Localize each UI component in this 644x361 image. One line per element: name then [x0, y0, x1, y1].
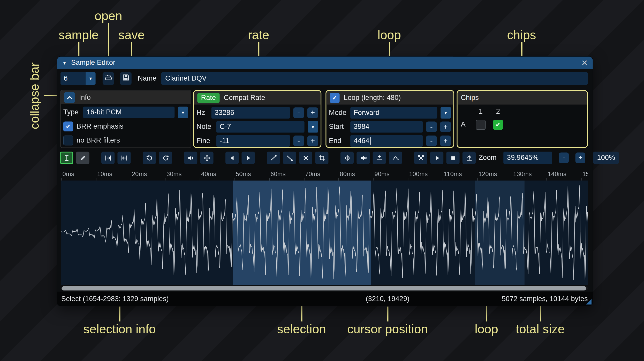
- sample-number-dropdown-button[interactable]: ▼: [86, 72, 95, 85]
- annotation-line-total-size: [540, 306, 541, 321]
- no-brr-filters-label: no BRR filters: [77, 136, 120, 145]
- filter-icon: [392, 154, 399, 161]
- brr-emphasis-checkbox[interactable]: ✔: [63, 121, 73, 131]
- chevron-up-icon: [67, 93, 72, 101]
- invert-button[interactable]: [241, 152, 255, 164]
- save-floppy-icon: [122, 74, 130, 83]
- loop-end-input[interactable]: 4464: [350, 135, 423, 147]
- open-folder-icon: [104, 74, 112, 83]
- hz-plus-button[interactable]: +: [307, 107, 318, 118]
- chip-2-checkbox[interactable]: ✔: [493, 120, 503, 130]
- redo-button[interactable]: [159, 152, 172, 164]
- rate-badge-button[interactable]: Rate: [197, 93, 219, 103]
- speaker-icon: [187, 154, 194, 161]
- name-label: Name: [138, 74, 157, 83]
- hz-minus-button[interactable]: -: [293, 107, 304, 118]
- loop-mode-select[interactable]: Forward: [350, 107, 437, 119]
- chevron-down-icon: ▼: [181, 110, 185, 115]
- ruler-label: 130ms: [513, 170, 532, 177]
- fine-plus-button[interactable]: +: [307, 136, 318, 146]
- undo-button[interactable]: [143, 152, 156, 164]
- ruler-label: 10ms: [97, 170, 112, 177]
- ruler-tick: [200, 178, 200, 181]
- stop-preview-button[interactable]: [446, 152, 459, 164]
- trim-button[interactable]: [315, 152, 328, 164]
- amplify-button[interactable]: [184, 152, 197, 164]
- loop-start-minus-button[interactable]: -: [426, 121, 437, 132]
- title-bar[interactable]: ▼ Sample Editor ✕: [57, 57, 593, 69]
- total-size-text: 5072 samples, 10144 bytes: [502, 295, 588, 303]
- time-ruler[interactable]: 0ms10ms20ms30ms40ms50ms60ms70ms80ms90ms1…: [61, 167, 588, 180]
- type-dropdown-button[interactable]: ▼: [178, 107, 188, 118]
- sample-toolbar: Zoom 39.9645% - + 100%: [60, 151, 588, 164]
- loop-mode-dropdown-button[interactable]: ▼: [441, 107, 451, 119]
- loop-end-plus-button[interactable]: +: [440, 136, 451, 146]
- apply-silence-button[interactable]: [357, 152, 370, 164]
- sign-invert-button[interactable]: [373, 152, 386, 164]
- fade-in-icon: [270, 154, 277, 161]
- no-brr-filters-checkbox[interactable]: [63, 136, 73, 145]
- fade-in-button[interactable]: [267, 152, 280, 164]
- filter-button[interactable]: [389, 152, 402, 164]
- zoom-in-button[interactable]: +: [575, 152, 585, 163]
- ruler-label: 150ms: [582, 170, 588, 177]
- crossfade-button[interactable]: [414, 152, 427, 164]
- note-select[interactable]: C-7: [216, 121, 305, 133]
- fine-minus-button[interactable]: -: [293, 136, 304, 146]
- resize-button[interactable]: [101, 152, 115, 164]
- note-dropdown-button[interactable]: ▼: [308, 121, 318, 133]
- reverse-button[interactable]: [225, 152, 239, 164]
- scrollbar-thumb[interactable]: [62, 286, 586, 291]
- chip-1-checkbox[interactable]: [476, 120, 486, 130]
- chips-column-2: 2: [493, 107, 503, 116]
- preview-button[interactable]: [430, 152, 443, 164]
- loop-start-plus-button[interactable]: +: [440, 121, 451, 132]
- ruler-tick: [477, 178, 478, 181]
- horizontal-scrollbar[interactable]: [61, 286, 588, 291]
- annotation-save: save: [118, 28, 145, 42]
- name-input[interactable]: Clarinet DQV: [162, 72, 588, 85]
- open-sample-button[interactable]: [103, 72, 114, 85]
- create-wavetable-button[interactable]: [463, 152, 476, 164]
- chevron-down-icon: ▼: [88, 76, 93, 81]
- close-button[interactable]: ✕: [581, 59, 588, 67]
- insert-silence-button[interactable]: [340, 152, 354, 164]
- loop-start-label: Start: [329, 123, 347, 131]
- ruler-label: 60ms: [270, 170, 286, 177]
- zoom-input[interactable]: 39.9645%: [504, 152, 552, 164]
- loop-end-value: 4464: [354, 137, 369, 145]
- sample-number-field[interactable]: 6: [60, 72, 86, 85]
- chevron-down-icon: ▼: [311, 124, 315, 129]
- fine-input[interactable]: -11: [216, 135, 290, 147]
- save-sample-button[interactable]: [120, 72, 132, 85]
- select-tool-button[interactable]: [60, 152, 73, 164]
- loop-start-input[interactable]: 3984: [350, 121, 423, 133]
- pencil-icon: [79, 154, 86, 161]
- hz-label: Hz: [196, 109, 208, 117]
- info-panel: Info Type 16-bit PCM ▼ ✔ BRR emphasis no…: [60, 90, 191, 148]
- window-resize-grip[interactable]: [586, 299, 592, 304]
- normalize-button[interactable]: [200, 152, 213, 164]
- zoom-reset-button[interactable]: 100%: [593, 152, 619, 164]
- resample-button[interactable]: [117, 152, 131, 164]
- note-label: Note: [196, 123, 213, 131]
- tri-right-icon: [245, 154, 252, 161]
- ruler-tick: [581, 178, 582, 181]
- draw-tool-button[interactable]: [76, 152, 89, 164]
- insert-icon: [344, 154, 351, 161]
- ruler-label: 100ms: [409, 170, 428, 177]
- crop-icon: [318, 154, 325, 161]
- zoom-out-button[interactable]: -: [559, 152, 569, 163]
- type-select[interactable]: 16-bit PCM: [83, 107, 175, 118]
- annotation-cursor-position: cursor position: [347, 322, 428, 336]
- hz-input[interactable]: 33286: [211, 107, 290, 119]
- delete-button[interactable]: [299, 152, 312, 164]
- loop-end-minus-button[interactable]: -: [426, 136, 437, 146]
- fade-out-button[interactable]: [283, 152, 296, 164]
- ruler-label: 140ms: [548, 170, 566, 177]
- window-collapse-icon[interactable]: ▼: [62, 60, 67, 66]
- annotation-chips: chips: [507, 28, 536, 42]
- collapse-bar-button[interactable]: [64, 92, 75, 103]
- waveform-view[interactable]: [61, 180, 588, 285]
- loop-enable-checkbox[interactable]: ✔: [330, 93, 339, 103]
